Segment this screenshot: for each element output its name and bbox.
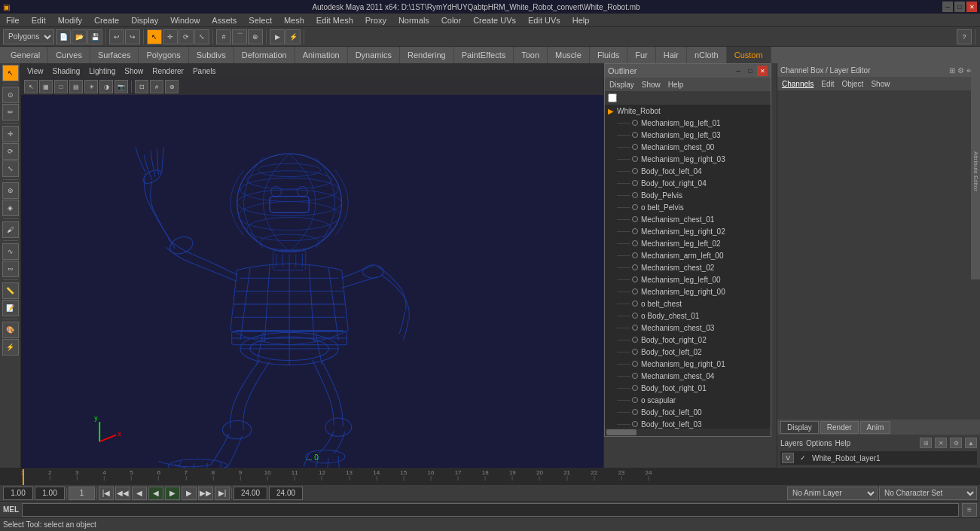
menu-item-edit[interactable]: Edit bbox=[29, 16, 49, 25]
outliner-item-25[interactable]: —— Body_foot_left_00 bbox=[605, 406, 771, 418]
play-back-button[interactable]: ◀ bbox=[148, 487, 163, 500]
menu-item-editmesh[interactable]: Edit Mesh bbox=[313, 16, 356, 25]
outliner-item-11[interactable]: —— Mechanism_leg_left_02 bbox=[605, 237, 771, 249]
menu-item-color[interactable]: Color bbox=[438, 16, 464, 25]
undo-button[interactable]: ↩ bbox=[109, 29, 124, 44]
tab-custom[interactable]: Custom bbox=[727, 47, 771, 63]
menu-item-display[interactable]: Display bbox=[128, 16, 161, 25]
ep-curve-tool[interactable]: ∾ bbox=[2, 261, 19, 277]
vp-shading-btn[interactable]: ▦ bbox=[39, 80, 53, 93]
layer-icon-new[interactable]: ⊞ bbox=[920, 438, 932, 448]
menu-item-edituvs[interactable]: Edit UVs bbox=[525, 16, 563, 25]
vp-shadow-btn[interactable]: ◑ bbox=[99, 80, 113, 93]
attribute-editor-label[interactable]: Attribute Editor bbox=[971, 63, 980, 279]
timeline-ruler[interactable]: 123456789101112131415161718192021222324 bbox=[0, 469, 980, 485]
show-manip-tool[interactable]: ◈ bbox=[2, 200, 19, 216]
annotate-tool[interactable]: 📝 bbox=[2, 300, 19, 316]
outliner-item-22[interactable]: —— Mechanism_chest_04 bbox=[605, 370, 771, 382]
outliner-item-root[interactable]: ▶ White_Robot bbox=[605, 105, 771, 117]
prev-key-button[interactable]: ◀◀ bbox=[115, 487, 130, 500]
outliner-item-10[interactable]: —— Mechanism_leg_right_02 bbox=[605, 225, 771, 237]
outliner-item-15[interactable]: —— Mechanism_leg_right_00 bbox=[605, 285, 771, 298]
cb-icon-1[interactable]: ⊞ bbox=[949, 66, 955, 75]
help-button[interactable]: ? bbox=[957, 29, 972, 44]
outliner-checkbox[interactable] bbox=[608, 93, 617, 102]
hscroll-thumb[interactable] bbox=[606, 429, 637, 435]
tab-animation[interactable]: Animation bbox=[295, 47, 348, 63]
vp-menu-renderer[interactable]: Renderer bbox=[152, 67, 184, 75]
outliner-item-20[interactable]: —— Body_foot_left_02 bbox=[605, 346, 771, 358]
render-button[interactable]: ▶ bbox=[270, 29, 285, 44]
menu-item-create[interactable]: Create bbox=[91, 16, 122, 25]
menu-item-file[interactable]: File bbox=[3, 16, 23, 25]
outliner-item-7[interactable]: —— Body_Pelvis bbox=[605, 189, 771, 201]
tab-dynamics[interactable]: Dynamics bbox=[348, 47, 400, 63]
cb-tab-edit[interactable]: Edit bbox=[821, 80, 834, 88]
tab-surfaces[interactable]: Surfaces bbox=[90, 47, 139, 63]
move-tool-button[interactable]: ✛ bbox=[163, 29, 178, 44]
outliner-item-3[interactable]: —— Mechanism_chest_00 bbox=[605, 141, 771, 153]
next-key-button[interactable]: ▶▶ bbox=[198, 487, 213, 500]
vp-tex-btn[interactable]: ▤ bbox=[69, 80, 83, 93]
curve-tool[interactable]: ∿ bbox=[2, 243, 19, 260]
tab-rendering[interactable]: Rendering bbox=[400, 47, 454, 63]
soft-modify-tool[interactable]: ⊚ bbox=[2, 182, 19, 199]
outliner-item-17[interactable]: —— o Body_chest_01 bbox=[605, 310, 771, 322]
new-scene-button[interactable]: 📄 bbox=[56, 29, 71, 44]
tab-painteffects[interactable]: PaintEffects bbox=[454, 47, 514, 63]
anim-layer-selector[interactable]: No Anim Layer bbox=[787, 487, 878, 500]
tab-fur[interactable]: Fur bbox=[627, 47, 656, 63]
outliner-item-4[interactable]: —— Mechanism_leg_right_03 bbox=[605, 153, 771, 165]
outliner-item-5[interactable]: —— Body_foot_left_04 bbox=[605, 165, 771, 177]
vp-menu-panels[interactable]: Panels bbox=[193, 67, 216, 75]
cb-icon-2[interactable]: ⚙ bbox=[957, 66, 964, 75]
outliner-item-18[interactable]: —— Mechanism_chest_03 bbox=[605, 322, 771, 334]
menu-item-select[interactable]: Select bbox=[246, 16, 275, 25]
rotate-tool[interactable]: ⟳ bbox=[2, 143, 19, 160]
next-frame-button[interactable]: ▶ bbox=[182, 487, 197, 500]
outliner-item-8[interactable]: —— o belt_Pelvis bbox=[605, 201, 771, 213]
layers-options[interactable]: Options bbox=[806, 439, 832, 447]
outliner-item-9[interactable]: —— Mechanism_chest_01 bbox=[605, 213, 771, 225]
outliner-item-1[interactable]: —— Mechanism_leg_left_01 bbox=[605, 117, 771, 129]
layers-help[interactable]: Help bbox=[835, 439, 850, 447]
outliner-close-button[interactable]: ✕ bbox=[757, 66, 768, 76]
snap-point-button[interactable]: ⊕ bbox=[248, 29, 263, 44]
vp-menu-show[interactable]: Show bbox=[124, 67, 143, 75]
outliner-item-19[interactable]: —— Body_foot_right_02 bbox=[605, 334, 771, 346]
bp-tab-anim[interactable]: Anim bbox=[860, 421, 891, 434]
vp-iso-btn[interactable]: ⊡ bbox=[135, 80, 148, 93]
vp-grid-btn[interactable]: # bbox=[150, 80, 163, 93]
vp-camera-btn[interactable]: 📷 bbox=[114, 80, 128, 93]
sculpt-tool[interactable]: 🖌 bbox=[2, 221, 19, 238]
tab-fluids[interactable]: Fluids bbox=[590, 47, 627, 63]
cb-tab-show[interactable]: Show bbox=[871, 80, 890, 88]
ipr-button[interactable]: ⚡ bbox=[285, 29, 301, 44]
play-fwd-button[interactable]: ▶ bbox=[165, 487, 180, 500]
tab-polygons[interactable]: Polygons bbox=[139, 47, 188, 63]
viewport[interactable]: View Shading Lighting Show Renderer Pane… bbox=[21, 63, 603, 468]
outliner-minimize-button[interactable]: ─ bbox=[733, 66, 743, 76]
bp-tab-display[interactable]: Display bbox=[780, 421, 819, 434]
vp-light-btn[interactable]: ☀ bbox=[84, 80, 98, 93]
bp-tab-render[interactable]: Render bbox=[820, 421, 859, 434]
vp-wire-btn[interactable]: □ bbox=[54, 80, 68, 93]
paint-tool[interactable]: ✏ bbox=[2, 104, 19, 121]
mel-input[interactable] bbox=[22, 503, 959, 517]
tab-general[interactable]: General bbox=[3, 47, 48, 63]
vp-menu-view[interactable]: View bbox=[27, 67, 44, 75]
outliner-item-16[interactable]: —— o belt_chest bbox=[605, 298, 771, 310]
vp-menu-shading[interactable]: Shading bbox=[53, 67, 81, 75]
select-tool[interactable]: ↖ bbox=[2, 65, 19, 81]
outliner-item-6[interactable]: —— Body_foot_right_04 bbox=[605, 177, 771, 189]
move-tool[interactable]: ✛ bbox=[2, 126, 19, 142]
measure-tool[interactable]: 📏 bbox=[2, 282, 19, 299]
outliner-item-2[interactable]: —— Mechanism_leg_left_03 bbox=[605, 129, 771, 141]
scale-tool[interactable]: ⤡ bbox=[2, 160, 19, 177]
tab-subdivs[interactable]: Subdivs bbox=[189, 47, 234, 63]
current-frame-input[interactable] bbox=[3, 487, 33, 500]
end-frame-input[interactable] bbox=[234, 487, 267, 500]
menu-item-createuvs[interactable]: Create UVs bbox=[470, 16, 519, 25]
menu-item-mesh[interactable]: Mesh bbox=[281, 16, 307, 25]
tab-muscle[interactable]: Muscle bbox=[548, 47, 590, 63]
